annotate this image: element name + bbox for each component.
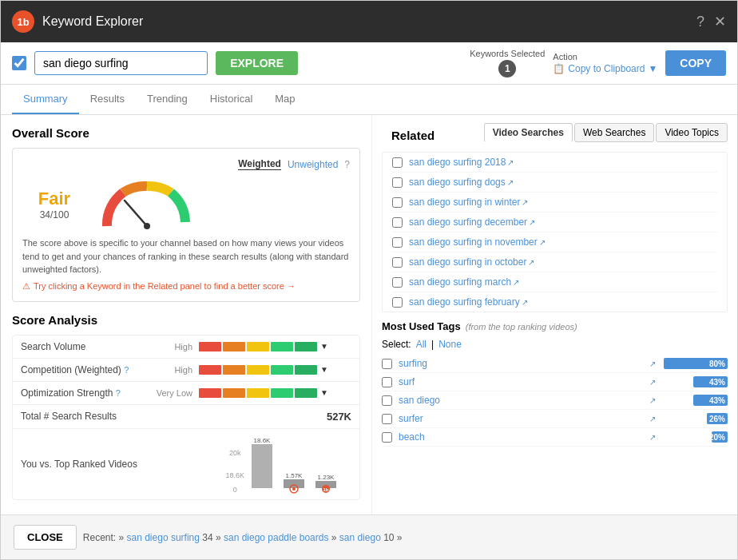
tag-bar: 43% [693, 376, 728, 387]
related-item-checkbox[interactable] [392, 257, 403, 268]
tab-trending[interactable]: Trending [136, 85, 199, 114]
external-link-icon: ↗ [528, 258, 534, 267]
tag-link[interactable]: beach [399, 431, 649, 443]
app-title: Keyword Explorer [42, 14, 696, 29]
score-card: Weighted Unweighted ? Fair 34/100 [12, 148, 360, 302]
close-button[interactable]: CLOSE [14, 525, 77, 550]
score-row-total: Total # Search Results 527K [13, 405, 359, 429]
tag-item: surf ↗ 43% [382, 373, 728, 391]
optimization-bar: ▼ [199, 388, 328, 398]
related-item-checkbox[interactable] [392, 237, 403, 248]
optimization-level: Very Low [149, 388, 192, 398]
tab-summary[interactable]: Summary [12, 85, 79, 114]
tag-checkbox[interactable] [382, 377, 392, 387]
tag-bar: 43% [693, 395, 728, 406]
related-item-link[interactable]: san diego surfing in winter [409, 197, 520, 208]
close-icon[interactable]: ✕ [714, 13, 726, 30]
related-section: Related Video Searches Web Searches Vide… [372, 123, 737, 312]
main-content: Overall Score Weighted Unweighted ? Fair… [1, 115, 737, 514]
tags-all-link[interactable]: All [416, 339, 427, 350]
keywords-count-badge: 1 [498, 60, 516, 77]
footer-recent: Recent: » san diego surfing 34 » san die… [83, 532, 403, 543]
footer-sep: » [119, 532, 127, 543]
tag-external-icon: ↗ [649, 433, 656, 442]
related-item: san diego surfing dogs ↗ [392, 173, 717, 193]
tag-bar-container: 43% [656, 376, 728, 387]
help-circle-icon[interactable]: ? [344, 159, 350, 170]
related-item-link[interactable]: san diego surfing december [409, 216, 527, 228]
related-item: san diego surfing in october ↗ [392, 252, 717, 272]
svg-rect-4 [284, 479, 304, 488]
score-body: Fair 34/100 [22, 178, 350, 230]
tags-title: Most Used Tags [382, 320, 461, 332]
related-item-link[interactable]: san diego surfing in november [409, 236, 538, 248]
external-link-icon: ↗ [522, 198, 528, 207]
most-used-tags-section: Most Used Tags (from the top ranking vid… [372, 312, 737, 447]
tag-bar-container: 80% [656, 358, 728, 369]
explore-button[interactable]: EXPLORE [216, 51, 298, 75]
tag-link[interactable]: surfing [399, 358, 649, 369]
footer-score-1: 34 [202, 532, 216, 543]
chart-y-zero: 0 [233, 486, 237, 494]
tag-checkbox[interactable] [382, 359, 392, 369]
tab-historical[interactable]: Historical [199, 85, 264, 114]
help-icon[interactable]: ? [696, 14, 704, 30]
related-item-checkbox[interactable] [392, 277, 403, 288]
tag-checkbox[interactable] [382, 414, 392, 424]
external-link-icon: ↗ [513, 278, 519, 287]
score-warning-text: Try clicking a Keyword in the Related pa… [34, 281, 296, 291]
recent-item-3[interactable]: san diego [339, 532, 381, 543]
related-item-checkbox[interactable] [392, 297, 403, 308]
svg-rect-2 [252, 444, 272, 488]
tag-checkbox[interactable] [382, 395, 392, 406]
related-item-link[interactable]: san diego surfing february [409, 296, 520, 308]
tag-link[interactable]: surf [399, 376, 649, 387]
recent-item-1[interactable]: san diego surfing [127, 532, 200, 543]
action-section: Action 📋 Copy to Clipboard ▼ [553, 52, 657, 74]
related-item-checkbox[interactable] [392, 217, 403, 228]
related-tab-video-topics[interactable]: Video Topics [656, 123, 728, 142]
search-input[interactable] [34, 51, 208, 75]
tag-external-icon: ↗ [649, 415, 656, 423]
keywords-selected-label: Keywords Selected [470, 49, 545, 58]
related-tab-video-searches[interactable]: Video Searches [484, 123, 573, 142]
tags-none-link[interactable]: None [438, 339, 462, 350]
tag-external-icon: ↗ [649, 378, 656, 387]
search-volume-label: Search Volume [21, 341, 149, 352]
tag-checkbox[interactable] [382, 432, 392, 443]
related-item-checkbox[interactable] [392, 197, 403, 208]
copy-button[interactable]: COPY [665, 50, 726, 76]
tag-external-icon: ↗ [649, 359, 656, 368]
related-header: Related Video Searches Web Searches Vide… [372, 123, 737, 147]
total-results-value: 527K [327, 411, 351, 423]
tab-map[interactable]: Map [264, 85, 306, 114]
svg-point-1 [144, 223, 150, 229]
related-item-link[interactable]: san diego surfing dogs [409, 177, 506, 188]
tab-results[interactable]: Results [79, 85, 136, 114]
related-item-link[interactable]: san diego surfing march [409, 276, 511, 288]
copy-to-clipboard-button[interactable]: 📋 Copy to Clipboard ▼ [553, 63, 657, 74]
unweighted-option[interactable]: Unweighted [288, 159, 338, 170]
related-item: san diego surfing in november ↗ [392, 232, 717, 252]
recent-item-2[interactable]: san diego paddle boards [224, 532, 328, 543]
clipboard-icon: 📋 [553, 63, 565, 74]
related-item-checkbox[interactable] [392, 177, 403, 188]
recent-label: Recent: [83, 532, 116, 543]
tag-item: beach ↗ 20% [382, 428, 728, 447]
optimization-label: Optimization Strength ? [21, 387, 149, 399]
competition-level: High [149, 365, 192, 375]
tag-link[interactable]: surfer [399, 413, 649, 424]
related-item-link[interactable]: san diego surfing in october [409, 256, 526, 268]
external-link-icon: ↗ [522, 298, 528, 307]
related-item-link[interactable]: san diego surfing 2018 [409, 157, 506, 168]
svg-text:1b: 1b [323, 487, 328, 492]
score-value-section: Fair 34/100 [22, 189, 86, 220]
weighted-option[interactable]: Weighted [238, 158, 281, 170]
related-item: san diego surfing march ↗ [392, 272, 717, 292]
tag-link[interactable]: san diego [399, 395, 649, 406]
select-all-checkbox[interactable] [12, 56, 26, 70]
related-item-checkbox[interactable] [392, 157, 403, 168]
related-tab-web-searches[interactable]: Web Searches [574, 123, 655, 142]
search-volume-bar: ▼ [199, 342, 328, 351]
overall-score-title: Overall Score [12, 126, 360, 140]
